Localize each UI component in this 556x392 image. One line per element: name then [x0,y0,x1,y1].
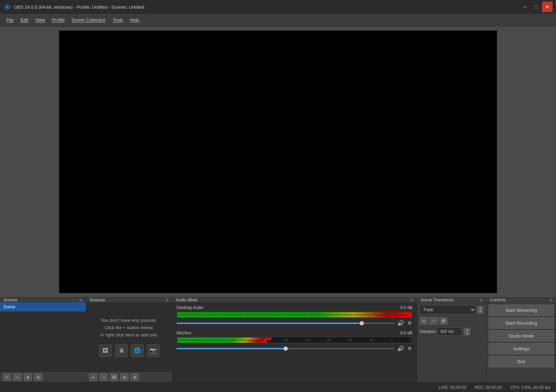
scenes-remove-button[interactable]: − [13,373,22,381]
live-status: LIVE: 00:00:00 [439,385,466,390]
transition-spinner-up[interactable]: ▲ [477,306,483,310]
minimize-button[interactable]: ─ [520,2,530,12]
transition-select[interactable]: Fade Cut Swipe Slide [420,305,476,314]
maximize-button[interactable]: □ [531,2,541,12]
desktop-audio-meter-top [177,312,412,315]
desktop-audio-meter: -40 -55 -60 -50 -40 -30 -25 -20 -15 -10 … [177,311,412,318]
scenes-toolbar: + − ∧ ∨ [0,372,86,382]
start-streaming-button[interactable]: Start Streaming [489,305,554,316]
controls-panel: Start Streaming Start Recording Studio M… [486,302,556,382]
duration-row: Duration ▲ ▼ [420,327,483,336]
controls-content: Start Streaming Start Recording Studio M… [486,302,556,382]
source-globe-icon[interactable]: 🌐 [131,344,144,357]
preview-canvas [59,31,497,293]
mic-aux-level: 0.0 dB [400,331,412,335]
menu-profile[interactable]: Profile [48,16,68,24]
menu-file[interactable]: File [3,16,17,24]
desktop-audio-mute-button[interactable]: 🔊 [396,319,405,327]
transitions-panel: Fade Cut Swipe Slide ▲ ▼ + − ⚙ [417,302,486,382]
rec-status: REC: 00:00:00 [475,385,502,390]
sources-empty-text: You don't have any sources. Click the + … [100,317,158,339]
source-image-icon[interactable]: 🖼 [99,344,112,357]
transitions-content: Fade Cut Swipe Slide ▲ ▼ + − ⚙ [417,302,486,382]
duration-spinner-down[interactable]: ▼ [464,332,470,335]
source-camera-icon[interactable]: 📷 [147,344,160,357]
controls-float-icon[interactable]: ⧉ [550,298,553,302]
scenes-add-button[interactable]: + [3,373,11,381]
desktop-audio-meter-bottom [177,315,412,317]
scenes-panel-header: Scenes ⧉ [0,298,86,302]
menu-help[interactable]: Help [126,16,143,24]
scene-item[interactable]: Scene [0,302,86,311]
mic-aux-header: Mic/Aux 0.0 dB [177,331,412,335]
scenes-up-button[interactable]: ∧ [24,373,32,381]
sources-content[interactable]: You don't have any sources. Click the + … [86,302,172,372]
bottom-panel: Scenes ⧉ Sources ⧉ Audio Mixer ⧉ Scene T… [0,297,556,382]
audio-float-icon[interactable]: ⧉ [410,298,413,302]
desktop-audio-label: Desktop Audio [177,305,203,310]
transition-select-row: Fade Cut Swipe Slide ▲ ▼ [420,305,483,314]
cpu-status: CPU: 3.8%, 60.00 fps [510,385,550,390]
scenes-list: Scene [0,302,86,372]
sources-toolbar: + − ⚙ ∧ ∨ [86,372,172,382]
titlebar: OBS 24.0.0 (64-bit, windows) - Profile: … [0,0,556,14]
duration-input[interactable] [438,327,462,336]
sources-panel: You don't have any sources. Click the + … [86,302,172,382]
settings-button[interactable]: Settings [489,343,554,355]
mic-aux-settings-button[interactable]: ⚙ [407,345,412,352]
sources-panel-header: Sources ⧉ [86,298,172,302]
duration-spinner-up[interactable]: ▲ [464,328,470,332]
mic-aux-channel: Mic/Aux 0.0 dB -40 -55 -60 -50 -40 -30 [177,331,412,352]
sources-float-icon[interactable]: ⧉ [166,298,169,302]
mic-aux-controls: 🔊 ⚙ [177,344,412,352]
duration-spinner: ▲ ▼ [464,328,470,335]
source-monitor-icon[interactable]: 🖥 [115,344,128,357]
transition-settings-button[interactable]: ⚙ [439,317,448,325]
mic-aux-meter: -40 -55 -60 -50 -40 -30 -25 -20 -15 -10 … [177,337,412,343]
transition-remove-button[interactable]: − [430,317,438,325]
scenes-panel: Scene + − ∧ ∨ [0,302,86,382]
sources-up-button[interactable]: ∧ [120,373,129,381]
audio-title: Audio Mixer [176,298,198,302]
menu-edit[interactable]: Edit [17,16,32,24]
menu-tools[interactable]: Tools [109,16,126,24]
audio-panel: Desktop Audio 0.0 dB -40 -55 -60 -50 -40… [172,302,417,382]
menu-view[interactable]: View [32,16,48,24]
transition-add-button[interactable]: + [420,317,428,325]
menu-scene-collection[interactable]: Scene Collection [68,16,109,24]
transition-toolbar: + − ⚙ [420,317,483,325]
studio-mode-button[interactable]: Studio Mode [489,330,554,342]
scenes-float-icon[interactable]: ⧉ [80,298,82,302]
scenes-down-button[interactable]: ∨ [34,373,42,381]
transition-spinner: ▲ ▼ [477,306,483,314]
sources-add-button[interactable]: + [89,373,97,381]
desktop-audio-settings-button[interactable]: ⚙ [407,320,412,326]
sources-remove-button[interactable]: − [99,373,108,381]
svg-point-2 [6,6,8,8]
window-controls: ─ □ ✕ [520,2,553,12]
panels-content: Scene + − ∧ ∨ You don't have any sources… [0,302,556,382]
sources-settings-button[interactable]: ⚙ [110,373,118,381]
mic-aux-meter-bottom [177,340,267,343]
transitions-title: Scene Transitions [420,298,453,302]
mic-aux-mute-button[interactable]: 🔊 [396,344,405,352]
scenes-title: Scenes [3,298,17,302]
audio-content: Desktop Audio 0.0 dB -40 -55 -60 -50 -40… [172,302,417,382]
mic-aux-meter-top [177,337,271,340]
mic-aux-slider[interactable] [177,348,394,349]
source-icons: 🖼 🖥 🌐 📷 [99,344,160,357]
sources-down-button[interactable]: ∨ [131,373,139,381]
transitions-float-icon[interactable]: ⧉ [480,298,483,302]
controls-panel-header: Controls ⧉ [486,298,556,302]
window-title: OBS 24.0.0 (64-bit, windows) - Profile: … [14,5,520,10]
desktop-audio-controls: 🔊 ⚙ [177,319,412,327]
desktop-audio-slider[interactable] [177,323,394,324]
start-recording-button[interactable]: Start Recording [489,317,554,329]
panel-title-bars: Scenes ⧉ Sources ⧉ Audio Mixer ⧉ Scene T… [0,297,556,302]
desktop-audio-header: Desktop Audio 0.0 dB [177,305,412,310]
close-button[interactable]: ✕ [542,2,553,12]
audio-panel-header: Audio Mixer ⧉ [172,298,417,302]
statusbar: LIVE: 00:00:00 REC: 00:00:00 CPU: 3.8%, … [0,382,556,392]
exit-button[interactable]: Exit [489,356,554,367]
transition-spinner-down[interactable]: ▼ [477,310,483,314]
